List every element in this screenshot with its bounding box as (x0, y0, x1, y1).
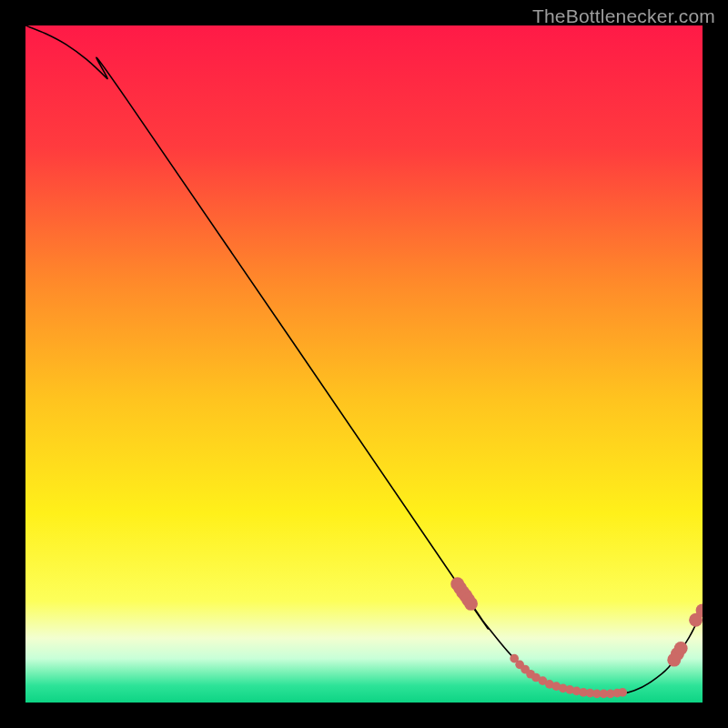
chart-container: TheBottlenecker.com (0, 0, 728, 728)
chart-svg (25, 25, 703, 703)
data-marker (618, 688, 627, 697)
data-marker (674, 642, 688, 655)
plot-area (25, 25, 703, 703)
svg-rect-0 (25, 25, 703, 703)
attribution-text: TheBottlenecker.com (532, 5, 715, 27)
data-marker (464, 597, 478, 611)
